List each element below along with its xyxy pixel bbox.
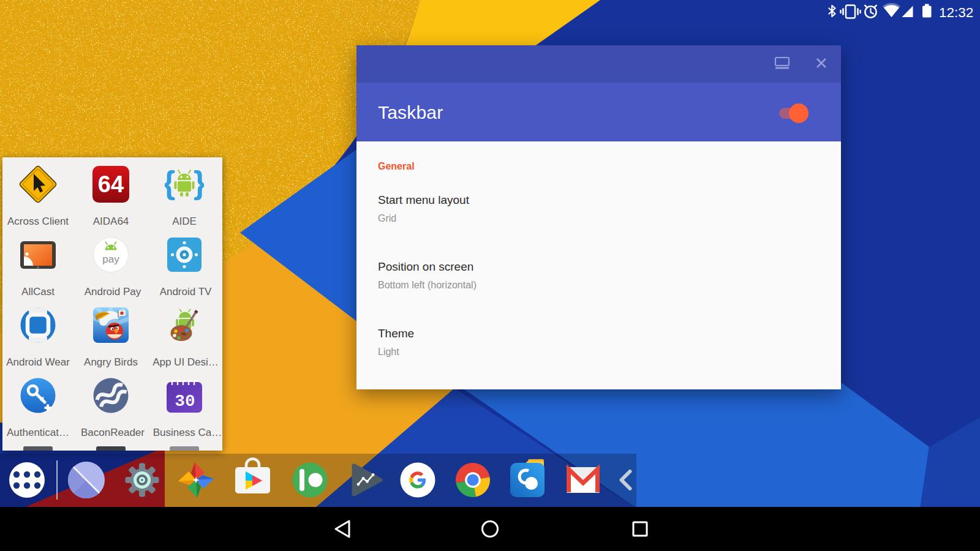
- svg-text:12:32: 12:32: [939, 5, 973, 20]
- svg-text:64: 64: [98, 171, 124, 197]
- svg-text:{: {: [165, 165, 175, 200]
- svg-text:30: 30: [175, 392, 195, 411]
- svg-text:}: }: [194, 165, 204, 200]
- svg-text:pay: pay: [102, 253, 119, 265]
